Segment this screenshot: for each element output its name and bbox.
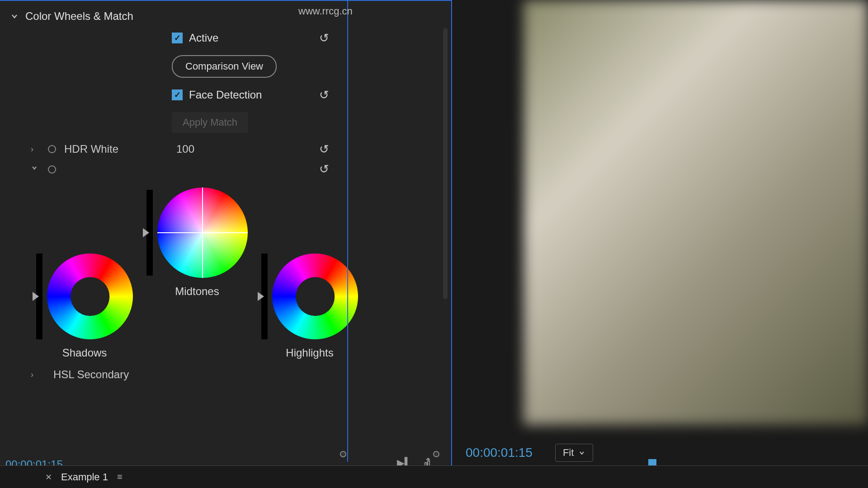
vertical-scrollbar[interactable] [443, 28, 448, 299]
highlights-luma-slider[interactable] [261, 253, 268, 339]
hsl-secondary-label: HSL Secondary [53, 368, 129, 381]
watermark-url: www.rrcg.cn [298, 5, 353, 17]
shadows-luma-slider[interactable] [36, 253, 42, 339]
face-detection-checkbox[interactable] [172, 89, 183, 100]
slider-handle-icon[interactable] [33, 292, 39, 301]
keyframe-stopwatch-icon[interactable] [48, 145, 56, 153]
reset-icon[interactable]: ↺ [319, 88, 329, 102]
section-title: Color Wheels & Match [25, 10, 133, 23]
comparison-view-button[interactable]: Comparison View [172, 55, 277, 78]
effect-controls-panel: Color Wheels & Match Active ↺ Comparison… [0, 0, 452, 488]
crosshair-icon [198, 229, 207, 237]
panel-divider[interactable] [347, 1, 348, 462]
apply-match-button[interactable]: Apply Match [172, 112, 248, 133]
scroll-handle-icon[interactable] [433, 451, 439, 457]
sequence-tab[interactable]: Example 1 [61, 471, 108, 483]
face-detection-label: Face Detection [189, 89, 262, 101]
slider-handle-icon[interactable] [258, 292, 264, 301]
horizontal-scroll-track[interactable] [340, 451, 439, 457]
monitor-timecode[interactable]: 00:00:01:15 [466, 446, 533, 460]
active-checkbox[interactable] [172, 33, 183, 43]
midtones-luma-slider[interactable] [146, 190, 153, 276]
keyframe-stopwatch-icon[interactable] [48, 165, 56, 174]
highlights-label: Highlights [286, 347, 333, 359]
scroll-handle-icon[interactable] [340, 451, 346, 457]
close-icon[interactable]: ✕ [45, 472, 52, 482]
midtones-label: Midtones [175, 285, 219, 298]
zoom-level-label: Fit [563, 447, 574, 459]
reset-icon[interactable]: ↺ [319, 142, 329, 156]
reset-icon[interactable]: ↺ [319, 31, 329, 45]
highlights-color-wheel[interactable] [272, 253, 358, 339]
menu-icon[interactable]: ≡ [117, 472, 123, 482]
shadows-color-wheel[interactable] [47, 253, 133, 339]
chevron-right-icon[interactable]: › [31, 370, 40, 380]
active-label: Active [189, 32, 218, 44]
midtones-color-wheel[interactable] [157, 188, 248, 278]
slider-handle-icon[interactable] [143, 228, 149, 237]
sequence-tab-bar: ✕ Example 1 ≡ [0, 465, 868, 488]
chevron-down-icon[interactable] [31, 164, 40, 174]
video-preview[interactable] [524, 0, 868, 425]
program-monitor-panel: 00:00:01:15 Fit [452, 0, 868, 488]
chevron-right-icon[interactable]: › [31, 145, 40, 154]
hdr-white-value[interactable]: 100 [176, 143, 194, 155]
zoom-level-selector[interactable]: Fit [555, 444, 593, 462]
shadows-label: Shadows [62, 347, 107, 359]
reset-icon[interactable]: ↺ [319, 162, 329, 176]
hdr-white-label: HDR White [64, 143, 118, 155]
chevron-down-icon[interactable] [9, 11, 20, 22]
